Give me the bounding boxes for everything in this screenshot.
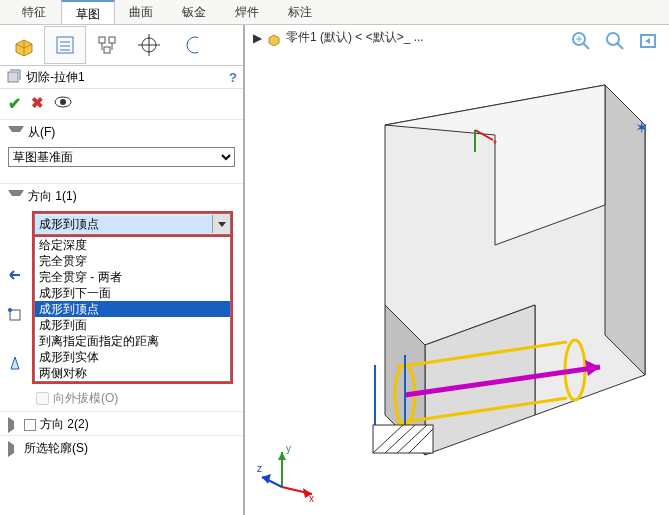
tree-icon <box>96 34 118 56</box>
box-icon <box>12 34 34 56</box>
svg-rect-36 <box>373 425 433 453</box>
section-selected-contours[interactable]: 所选轮廓(S) <box>0 435 243 459</box>
panel-tab-more[interactable] <box>170 26 212 64</box>
part-icon <box>266 30 282 46</box>
svg-point-12 <box>187 37 198 53</box>
svg-rect-0 <box>57 37 73 53</box>
svg-text:✶: ✶ <box>635 119 648 136</box>
option-offset-from-surface[interactable]: 到离指定面指定的距离 <box>35 333 230 349</box>
breadcrumb[interactable]: ▶ 零件1 (默认) < <默认>_ ... <box>253 29 424 46</box>
from-select[interactable]: 草图基准面 <box>8 147 235 167</box>
globe-icon <box>184 34 198 56</box>
svg-rect-13 <box>8 72 18 82</box>
option-blind[interactable]: 给定深度 <box>35 237 230 253</box>
panel-tab-property[interactable] <box>44 26 86 64</box>
end-condition-select[interactable]: 成形到顶点 <box>32 211 233 237</box>
document-tabs: 特征 草图 曲面 钣金 焊件 标注 <box>0 0 669 25</box>
option-up-to-body[interactable]: 成形到实体 <box>35 349 230 365</box>
end-condition-dropdown-list[interactable]: 给定深度 完全贯穿 完全贯穿 - 两者 成形到下一面 成形到顶点 成形到面 到离… <box>32 237 233 384</box>
cancel-button[interactable]: ✖ <box>31 94 44 112</box>
breadcrumb-text: 零件1 (默认) < <默认>_ ... <box>286 29 424 46</box>
reverse-direction-icon[interactable] <box>6 266 24 284</box>
svg-text:z: z <box>257 463 262 474</box>
draft-outward-label: 向外拔模(O) <box>53 390 118 407</box>
svg-rect-16 <box>10 310 20 320</box>
chevron-right-icon: ▶ <box>253 31 262 45</box>
panel-tab-feature[interactable] <box>2 26 44 64</box>
property-manager-panel: 切除-拉伸1 ? ✔ ✖ 从(F) 草图基准面 方向 1(1) 成形到顶点 <box>0 25 245 515</box>
cut-extrude-icon <box>6 68 22 87</box>
svg-text:x: x <box>309 493 314 502</box>
dropdown-arrow-icon[interactable] <box>212 215 230 233</box>
panel-tab-config[interactable] <box>86 26 128 64</box>
option-through-all[interactable]: 完全贯穿 <box>35 253 230 269</box>
zoom-area-icon[interactable] <box>601 27 629 55</box>
section-direction2[interactable]: 方向 2(2) <box>0 411 243 435</box>
end-condition-value: 成形到顶点 <box>35 216 212 233</box>
zoom-previous-icon[interactable] <box>635 27 663 55</box>
target-icon <box>138 34 160 56</box>
zoom-fit-icon[interactable] <box>567 27 595 55</box>
eye-icon <box>54 95 72 109</box>
option-up-to-vertex[interactable]: 成形到顶点 <box>35 301 230 317</box>
tab-sketch[interactable]: 草图 <box>61 0 115 24</box>
tab-weldment[interactable]: 焊件 <box>221 0 274 24</box>
svg-line-23 <box>617 43 623 49</box>
help-icon[interactable]: ? <box>229 70 237 85</box>
list-icon <box>54 34 76 56</box>
model-preview: * ✶ <box>255 55 669 495</box>
panel-tab-strip <box>0 25 243 66</box>
svg-rect-6 <box>104 47 110 53</box>
option-through-all-both[interactable]: 完全贯穿 - 两者 <box>35 269 230 285</box>
option-up-to-surface[interactable]: 成形到面 <box>35 317 230 333</box>
ok-button[interactable]: ✔ <box>8 94 21 113</box>
svg-line-19 <box>583 43 589 49</box>
svg-rect-4 <box>99 37 105 43</box>
vertex-select-icon[interactable] <box>6 306 24 324</box>
section-from[interactable]: 从(F) <box>0 119 243 143</box>
feature-title: 切除-拉伸1 <box>26 69 229 86</box>
draft-outward-checkbox <box>36 392 49 405</box>
svg-rect-5 <box>109 37 115 43</box>
option-up-to-next[interactable]: 成形到下一面 <box>35 285 230 301</box>
preview-button[interactable] <box>54 95 72 112</box>
option-mid-plane[interactable]: 两侧对称 <box>35 365 230 381</box>
tab-features[interactable]: 特征 <box>8 0 61 24</box>
svg-point-15 <box>60 99 66 105</box>
panel-tab-dimxpert[interactable] <box>128 26 170 64</box>
tab-sheetmetal[interactable]: 钣金 <box>168 0 221 24</box>
view-triad[interactable]: y x z <box>257 442 317 502</box>
svg-text:y: y <box>286 443 291 454</box>
section-direction1[interactable]: 方向 1(1) <box>0 183 243 207</box>
svg-point-17 <box>8 308 12 312</box>
svg-text:*: * <box>493 139 497 150</box>
graphics-viewport[interactable]: ▶ 零件1 (默认) < <默认>_ ... * ✶ <box>245 25 669 515</box>
tab-surface[interactable]: 曲面 <box>115 0 168 24</box>
draft-icon[interactable] <box>6 354 24 372</box>
tab-annotate[interactable]: 标注 <box>274 0 327 24</box>
